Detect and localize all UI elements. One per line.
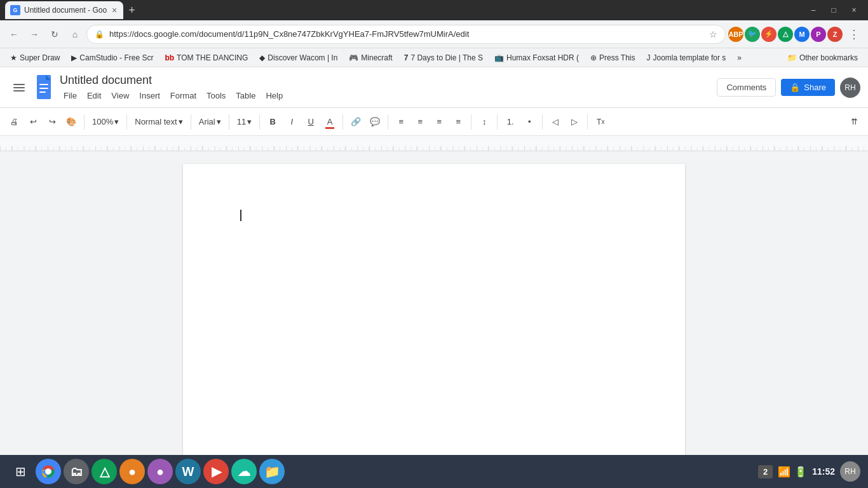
abp-extension-icon[interactable]: ABP [728, 27, 743, 42]
active-tab[interactable]: G Untitled document - Goo × [5, 1, 123, 19]
menu-insert[interactable]: Insert [135, 90, 164, 102]
italic-button[interactable]: I [283, 112, 301, 132]
taskbar-youtube[interactable]: ▶ [203, 459, 229, 484]
user-avatar[interactable]: RH [840, 78, 860, 98]
taskbar-drive[interactable]: △ [92, 459, 117, 484]
menu-view[interactable]: View [107, 90, 133, 102]
ext-icon-7[interactable]: Z [827, 27, 843, 42]
redo-button[interactable]: ↪ [43, 112, 61, 132]
line-spacing-button[interactable]: ↕ [475, 112, 493, 132]
decrease-indent-button[interactable]: ◁ [546, 112, 564, 132]
font-dropdown[interactable]: Arial ▾ [195, 112, 225, 132]
taskbar-finder[interactable]: 🗂 [64, 459, 89, 484]
refresh-button[interactable]: ↻ [46, 25, 64, 43]
font-size-chevron-icon: ▾ [247, 117, 252, 126]
document-page[interactable] [183, 164, 685, 455]
ext-icon-2[interactable]: 🐦 [745, 27, 760, 42]
apps-menu-button[interactable]: ⊞ [8, 459, 33, 484]
text-color-button[interactable]: A [321, 112, 339, 132]
underline-button[interactable]: U [302, 112, 320, 132]
taskbar-wordpress[interactable]: W [175, 459, 201, 484]
comment-button[interactable]: 💬 [366, 112, 384, 132]
menu-tools[interactable]: Tools [203, 90, 229, 102]
align-justify-button[interactable]: ≡ [449, 112, 467, 132]
bookmark-wacom[interactable]: ◆ Discover Wacom | In [254, 51, 342, 64]
back-button[interactable]: ← [5, 25, 23, 43]
home-button[interactable]: ⌂ [66, 25, 84, 43]
toolbar-separator-3 [191, 114, 191, 130]
bookmark-minecraft[interactable]: 🎮 Minecraft [344, 51, 397, 64]
taskbar-chrome[interactable] [36, 459, 61, 484]
address-bar: ← → ↻ ⌂ 🔒 https://docs.google.com/docume… [0, 20, 868, 48]
increase-indent-button[interactable]: ▷ [566, 112, 583, 132]
new-tab-button[interactable]: + [128, 4, 135, 17]
folder-icon: 📁 [787, 53, 797, 62]
paragraph-style-dropdown[interactable]: Normal text ▾ [131, 112, 186, 132]
menu-table[interactable]: Table [232, 90, 259, 102]
ext-icon-3[interactable]: ⚡ [761, 27, 776, 42]
link-button[interactable]: 🔗 [347, 112, 365, 132]
print-button[interactable]: 🖨 [5, 112, 23, 132]
ruler-svg [0, 136, 868, 151]
bookmark-superdraw-label: Super Draw [20, 53, 60, 62]
other-bookmarks-button[interactable]: 📁 Other bookmarks [782, 51, 863, 64]
close-tab-button[interactable]: × [111, 4, 118, 17]
bookmark-pressthis[interactable]: ⊕ Press This [585, 51, 640, 64]
clear-formatting-button[interactable]: Tx [592, 112, 609, 132]
document-area[interactable] [0, 151, 868, 455]
ext-icon-5[interactable]: M [794, 27, 810, 42]
font-size-dropdown[interactable]: 11 ▾ [233, 112, 255, 132]
align-center-button[interactable]: ≡ [411, 112, 429, 132]
drive-extension-icon[interactable]: △ [778, 27, 793, 42]
bold-button[interactable]: B [264, 112, 281, 132]
undo-button[interactable]: ↩ [24, 112, 42, 132]
numbered-list-button[interactable]: 1. [501, 112, 519, 132]
taskbar-app5[interactable]: ● [147, 459, 173, 484]
bookmark-7days[interactable]: 7 7 Days to Die | The S [399, 51, 488, 64]
taskbar-cloud[interactable]: ☁ [231, 459, 257, 484]
bookmarks-more-button[interactable]: » [732, 51, 747, 64]
taskbar-app4[interactable]: ● [119, 459, 145, 484]
superdraw-icon: ★ [10, 53, 17, 62]
title-bar: G Untitled document - Goo × + – □ × [0, 0, 868, 20]
minecraft-icon: 🎮 [349, 53, 358, 62]
bookmark-joomla[interactable]: J Joomla template for s [642, 51, 731, 64]
close-button[interactable]: × [845, 3, 863, 18]
menu-file[interactable]: File [60, 90, 81, 102]
forward-button[interactable]: → [25, 25, 43, 43]
comments-button[interactable]: Comments [717, 78, 776, 97]
bookmark-superdraw[interactable]: ★ Super Draw [5, 51, 65, 64]
font-size-value: 11 [237, 117, 246, 126]
zoom-dropdown[interactable]: 100% ▾ [88, 112, 123, 132]
toolbar-separator-7 [388, 114, 388, 130]
bookmark-tom-dancing[interactable]: bb TOM THE DANCING [159, 51, 253, 64]
toolbar-separator-2 [126, 114, 127, 130]
menu-help[interactable]: Help [262, 90, 287, 102]
minimize-button[interactable]: – [804, 3, 822, 18]
toolbar-separator-5 [259, 114, 260, 130]
text-color-indicator [325, 127, 334, 129]
expand-toolbar-button[interactable]: ⇈ [845, 112, 863, 132]
paint-format-button[interactable]: 🎨 [62, 112, 80, 132]
ruler [0, 136, 868, 151]
taskbar-files[interactable]: 📁 [259, 459, 285, 484]
ext-icon-6[interactable]: P [811, 27, 826, 42]
taskbar-user-icon[interactable]: RH [840, 461, 860, 482]
align-right-button[interactable]: ≡ [430, 112, 448, 132]
maximize-button[interactable]: □ [825, 3, 843, 18]
doc-title[interactable]: Untitled document [60, 74, 712, 87]
svg-rect-2 [39, 88, 48, 89]
bookmark-7days-label: 7 Days to Die | The S [410, 53, 483, 62]
url-bar[interactable]: 🔒 https://docs.google.com/document/d/11p… [86, 25, 726, 44]
browser-menu-button[interactable]: ⋮ [845, 25, 863, 43]
paragraph-style-value: Normal text [135, 117, 177, 126]
menu-edit[interactable]: Edit [83, 90, 105, 102]
share-button[interactable]: 🔒 Share [781, 79, 835, 96]
bookmark-star-icon[interactable]: ☆ [709, 29, 717, 39]
hamburger-menu-button[interactable] [8, 76, 31, 99]
align-left-button[interactable]: ≡ [392, 112, 410, 132]
bullet-list-button[interactable]: • [520, 112, 538, 132]
bookmark-humax[interactable]: 📺 Humax Foxsat HDR ( [489, 51, 584, 64]
bookmark-camstudio[interactable]: ▶ CamStudio - Free Scr [66, 51, 158, 64]
menu-format[interactable]: Format [166, 90, 200, 102]
